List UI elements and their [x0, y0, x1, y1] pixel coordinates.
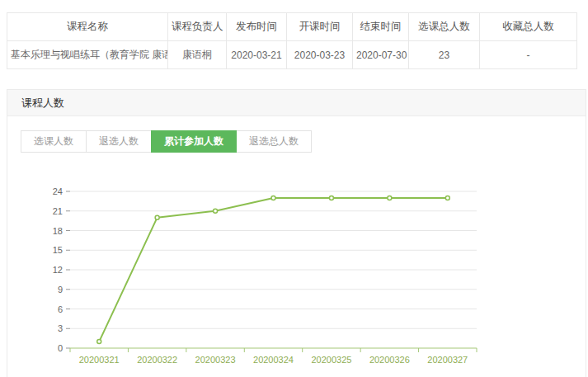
column-header-course-name: 课程名称	[7, 13, 168, 41]
svg-text:0: 0	[58, 343, 63, 353]
cell-course-leader: 康语桐	[168, 41, 227, 69]
cell-start-time: 2020-03-23	[287, 41, 353, 69]
svg-text:20200327: 20200327	[427, 355, 468, 365]
svg-text:9: 9	[58, 285, 63, 295]
cell-end-time: 2020-07-30	[353, 41, 409, 69]
cell-course-name: 基本乐理与视唱练耳（教育学院 康语桐）	[7, 41, 168, 69]
column-header-favorites-total: 收藏总人数	[480, 13, 577, 41]
column-header-course-leader: 课程负责人	[168, 13, 227, 41]
page: 课程名称 课程负责人 发布时间 开课时间 结束时间 选课总人数 收藏总人数 基本…	[0, 0, 588, 377]
tab-cumulative-participants[interactable]: 累计参加人数	[151, 130, 237, 153]
cell-enrolled-total: 23	[409, 41, 480, 69]
svg-text:20200326: 20200326	[369, 355, 410, 365]
course-headcount-panel: 课程人数 选课人数 退选人数 累计参加人数 退选总人数 036912151821…	[7, 89, 586, 377]
tab-dropped-count[interactable]: 退选人数	[86, 130, 152, 153]
svg-text:21: 21	[53, 206, 63, 216]
svg-text:20200323: 20200323	[195, 355, 236, 365]
svg-text:20200324: 20200324	[253, 355, 294, 365]
svg-text:18: 18	[53, 226, 63, 236]
chart-area: 0369121518212420200321202003222020032320…	[45, 180, 586, 377]
tab-enrolled-count[interactable]: 选课人数	[21, 130, 87, 153]
svg-text:6: 6	[58, 304, 63, 314]
svg-text:20200322: 20200322	[137, 355, 177, 365]
table-row: 基本乐理与视唱练耳（教育学院 康语桐） 康语桐 2020-03-21 2020-…	[7, 41, 577, 69]
tab-total-dropped[interactable]: 退选总人数	[236, 130, 312, 153]
column-header-enrolled-total: 选课总人数	[409, 13, 480, 41]
svg-text:3: 3	[58, 323, 63, 333]
column-header-start-time: 开课时间	[287, 13, 353, 41]
cell-publish-time: 2020-03-21	[227, 41, 287, 69]
cell-favorites-total: -	[480, 41, 577, 69]
svg-text:24: 24	[53, 186, 63, 196]
course-table: 课程名称 课程负责人 发布时间 开课时间 结束时间 选课总人数 收藏总人数 基本…	[7, 12, 577, 69]
table-header-row: 课程名称 课程负责人 发布时间 开课时间 结束时间 选课总人数 收藏总人数	[7, 13, 577, 41]
svg-text:15: 15	[53, 245, 63, 255]
svg-text:12: 12	[53, 265, 63, 275]
svg-text:20200321: 20200321	[79, 355, 120, 365]
line-chart: 0369121518212420200321202003222020032320…	[45, 180, 588, 377]
section-title: 课程人数	[7, 90, 586, 116]
column-header-end-time: 结束时间	[353, 13, 409, 41]
tab-bar: 选课人数 退选人数 累计参加人数 退选总人数	[21, 130, 586, 153]
svg-text:20200325: 20200325	[311, 355, 351, 365]
column-header-publish-time: 发布时间	[227, 13, 287, 41]
